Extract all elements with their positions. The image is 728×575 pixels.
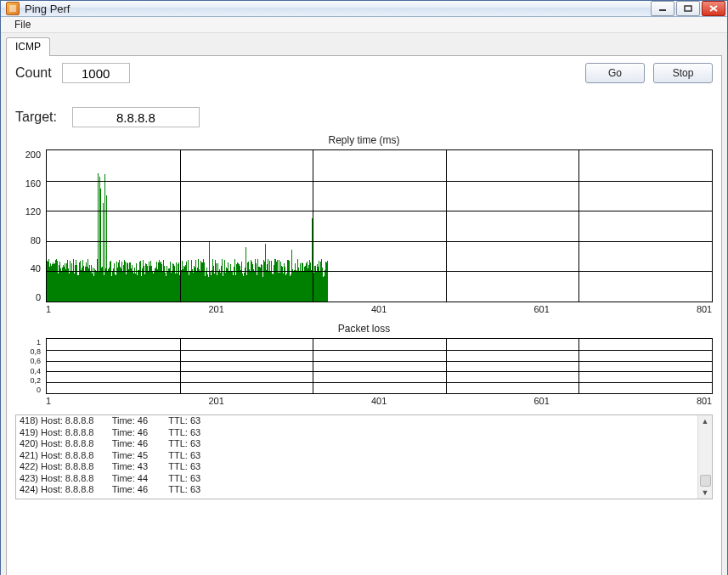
target-label: Target: [15,110,57,125]
titlebar[interactable]: Ping Perf [1,1,727,17]
target-input[interactable] [72,107,200,127]
scroll-down-icon[interactable]: ▼ [702,488,709,497]
menubar: File [1,17,727,33]
content-area: ICMP Count Go Stop Target: Reply time (m… [1,33,727,575]
log-lines[interactable]: 418) Host: 8.8.8.8 Time: 46 TTL: 63 419)… [16,415,697,499]
log-box: 418) Host: 8.8.8.8 Time: 46 TTL: 63 419)… [15,414,713,499]
packet-loss-chart: Packet loss 10,80,60,40,20 1201401601801 [15,323,713,406]
reply-x-axis: 1201401601801 [46,304,713,314]
stop-button[interactable]: Stop [653,63,713,83]
count-input[interactable] [62,63,130,83]
chart-title-reply: Reply time (ms) [15,134,713,146]
minimize-button[interactable] [651,1,674,16]
loss-plot [46,338,713,394]
close-button[interactable] [702,1,725,16]
tab-icmp[interactable]: ICMP [6,37,50,56]
app-window: Ping Perf File ICMP Count [0,0,728,575]
chart-title-loss: Packet loss [15,323,713,335]
reply-y-axis: 20016012080400 [15,149,46,302]
maximize-button[interactable] [676,1,700,16]
menu-file[interactable]: File [8,17,37,32]
log-scrollbar[interactable]: ▲ ▼ [697,415,712,499]
svg-rect-1 [685,6,691,11]
go-button[interactable]: Go [585,63,645,83]
reply-plot [46,149,713,302]
app-icon [6,2,20,15]
loss-y-axis: 10,80,60,40,20 [15,338,46,394]
reply-time-chart: Reply time (ms) 20016012080400 120140160… [15,134,713,314]
loss-x-axis: 1201401601801 [46,396,713,406]
window-title: Ping Perf [25,3,70,15]
scroll-thumb[interactable] [700,475,711,487]
tab-panel: Count Go Stop Target: Reply time (ms) 20… [6,55,722,575]
count-label: Count [15,65,52,81]
scroll-up-icon[interactable]: ▲ [702,417,709,426]
